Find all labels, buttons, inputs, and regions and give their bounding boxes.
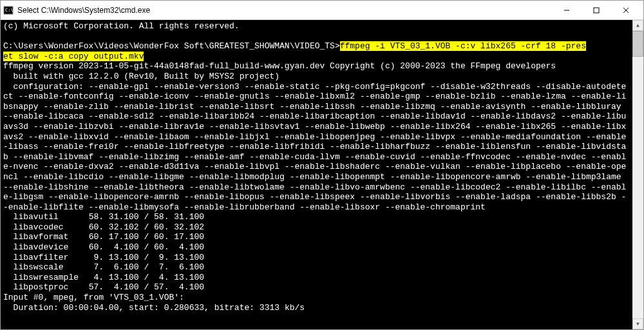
config-line: configuration: --enable-gpl --enable-ver… — [3, 82, 626, 212]
svg-rect-3 — [594, 8, 599, 13]
scrollbar-thumb[interactable] — [632, 31, 643, 57]
copyright-line: (c) Microsoft Corporation. All rights re… — [3, 21, 240, 31]
terminal-output[interactable]: (c) Microsoft Corporation. All rights re… — [1, 20, 632, 329]
lib-line: libpostproc 57. 4.100 / 57. 4.100 — [3, 282, 204, 292]
duration-line: Duration: 00:00:04.00, start: 0.280633, … — [3, 303, 305, 313]
maximize-button[interactable] — [582, 1, 611, 20]
terminal-wrapper: (c) Microsoft Corporation. All rights re… — [1, 20, 643, 329]
lib-line: libavdevice 60. 4.100 / 60. 4.100 — [3, 242, 204, 252]
ffmpeg-version: ffmpeg version 2023-11-05-git-44a0148fad… — [3, 61, 556, 71]
cmd-icon: C:\ — [3, 5, 14, 15]
svg-text:C:\: C:\ — [5, 8, 14, 13]
vertical-scrollbar[interactable]: ▲ ▼ — [632, 20, 643, 329]
lib-line: libavfilter 9. 13.100 / 9. 13.100 — [3, 253, 204, 262]
lib-line: libswresample 4. 13.100 / 4. 13.100 — [3, 273, 204, 282]
lib-line: libswscale 7. 6.100 / 7. 6.100 — [3, 262, 204, 272]
scroll-down-button[interactable]: ▼ — [632, 318, 643, 329]
minimize-button[interactable] — [552, 1, 582, 20]
scrollbar-track[interactable] — [632, 31, 643, 318]
built-line: built with gcc 12.2.0 (Rev10, Built by M… — [3, 72, 279, 81]
window-title: Select C:\Windows\System32\cmd.exe — [17, 6, 552, 15]
window-controls — [552, 1, 641, 20]
lib-line: libavcodec 60. 32.102 / 60. 32.102 — [3, 222, 204, 232]
input-line: Input #0, mpeg, from 'VTS_03_1.VOB': — [3, 293, 184, 302]
command-highlight-2: et slow -c:a copy output.mkv — [3, 52, 144, 61]
scroll-up-button[interactable]: ▲ — [632, 20, 643, 31]
cmd-window: C:\ Select C:\Windows\System32\cmd.exe (… — [0, 0, 644, 330]
titlebar[interactable]: C:\ Select C:\Windows\System32\cmd.exe — [1, 1, 643, 20]
lib-line: libavutil 58. 31.100 / 58. 31.100 — [3, 212, 204, 222]
lib-line: libavformat 60. 17.100 / 60. 17.100 — [3, 232, 204, 242]
prompt-line: C:\Users\WonderFox\Videos\WonderFox Soft… — [3, 41, 340, 51]
close-button[interactable] — [611, 1, 641, 20]
command-highlight-1: ffmpeg -i VTS_03_1.VOB -c:v libx265 -crf… — [340, 41, 586, 51]
